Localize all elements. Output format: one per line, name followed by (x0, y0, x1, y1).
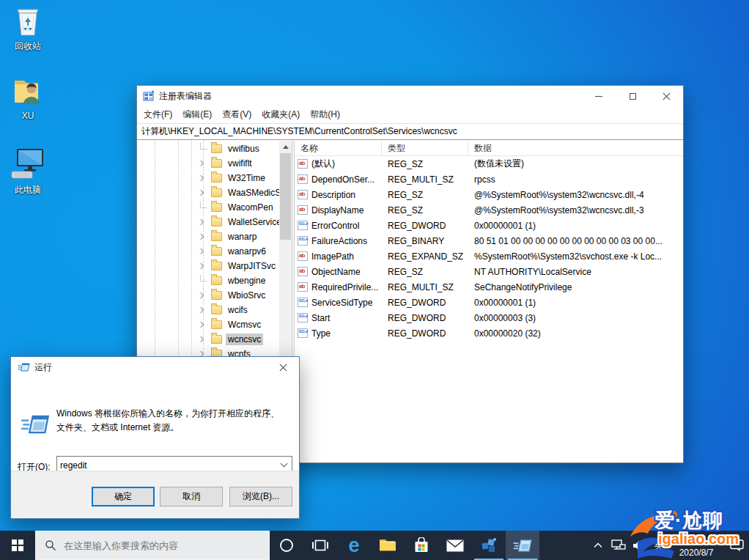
tree-item-label: WbioSrvc (226, 290, 268, 301)
tray-expand-button[interactable] (588, 531, 608, 560)
watermark-text-cn: 爱·尬聊 (654, 507, 723, 534)
ok-button[interactable]: 确定 (92, 487, 155, 506)
tree-item[interactable]: vwififlt (137, 156, 279, 171)
tree-item[interactable]: wbengine (137, 273, 279, 288)
chevron-right-icon[interactable] (198, 161, 204, 166)
registry-value-row[interactable]: ImagePathREG_EXPAND_SZ%SystemRoot%\Syste… (295, 248, 683, 264)
tree-connector (200, 143, 207, 150)
registry-value-row[interactable]: (默认)REG_SZ(数值未设置) (295, 156, 683, 172)
chevron-right-icon[interactable] (198, 234, 204, 240)
tree-item[interactable]: WbioSrvc (137, 288, 279, 303)
menu-file[interactable]: 文件(F) (139, 106, 177, 123)
file-explorer-button[interactable] (371, 531, 405, 560)
value-data: @%SystemRoot%\system32\wcncsvc.dll,-3 (468, 205, 683, 215)
browse-button[interactable]: 浏览(B)... (229, 487, 292, 506)
value-data: rpcss (468, 174, 683, 185)
desktop-icon-user-folder[interactable]: XU (4, 75, 51, 121)
cortana-button[interactable] (270, 531, 303, 560)
tree-item[interactable]: vwifibus (137, 141, 279, 156)
chevron-right-icon[interactable] (198, 307, 204, 313)
column-header-data[interactable]: 数据 (468, 141, 683, 155)
network-icon (611, 539, 626, 551)
regedit-titlebar[interactable]: 注册表编辑器 (137, 86, 683, 106)
value-type: REG_SZ (382, 159, 468, 169)
close-icon (279, 364, 287, 372)
chevron-right-icon[interactable] (198, 219, 204, 225)
value-data: 0x00000020 (32) (468, 328, 683, 339)
scrollbar-thumb[interactable] (280, 153, 291, 240)
minimize-button[interactable] (582, 86, 616, 106)
scroll-up-icon[interactable] (279, 141, 292, 153)
column-header-type[interactable]: 类型 (382, 141, 468, 155)
string-value-icon (298, 205, 308, 215)
tree-item[interactable]: Wcmsvc (137, 317, 279, 332)
dialog-close-button[interactable] (267, 357, 299, 377)
tree-item[interactable]: wanarpv6 (137, 244, 279, 259)
menu-edit[interactable]: 编辑(E) (177, 106, 217, 123)
taskbar-search-box[interactable] (35, 531, 270, 560)
registry-value-row[interactable]: ServiceSidTypeREG_DWORD0x00000001 (1) (295, 295, 683, 310)
search-input[interactable] (64, 540, 247, 551)
maximize-button[interactable] (616, 86, 649, 106)
chevron-right-icon[interactable] (198, 336, 204, 342)
tree-item[interactable]: wcifs (137, 303, 279, 317)
tree-item[interactable]: WalletService (137, 215, 279, 229)
value-type: REG_SZ (382, 190, 468, 200)
chevron-right-icon[interactable] (198, 175, 204, 181)
network-tray-button[interactable] (608, 531, 629, 560)
chevron-right-icon[interactable] (198, 292, 204, 298)
tree-item-label: wbengine (226, 275, 268, 287)
registry-value-row[interactable]: DependOnSer...REG_MULTI_SZrpcss (295, 172, 683, 187)
chevron-right-icon[interactable] (198, 248, 204, 254)
tree-item[interactable]: W32Time (137, 171, 279, 185)
tree-item[interactable]: wcncsvc (137, 332, 279, 347)
regedit-taskbar-button[interactable] (472, 531, 506, 560)
recycle-bin-icon (12, 4, 43, 37)
tree-item-label: wanarp (226, 231, 259, 243)
mail-button[interactable] (438, 531, 472, 560)
tree-item[interactable]: WacomPen (137, 200, 279, 215)
registry-value-row[interactable]: RequiredPrivile...REG_MULTI_SZSeChangeNo… (295, 279, 683, 295)
registry-value-row[interactable]: ErrorControlREG_DWORD0x00000001 (1) (295, 218, 683, 233)
value-type: REG_SZ (382, 205, 468, 215)
chevron-right-icon[interactable] (198, 190, 204, 196)
chevron-right-icon[interactable] (198, 322, 204, 328)
cancel-button[interactable]: 取消 (160, 487, 223, 506)
task-view-button[interactable] (303, 531, 337, 560)
action-center-button[interactable] (724, 531, 749, 560)
value-name: Type (311, 328, 331, 339)
registry-value-row[interactable]: DescriptionREG_SZ@%SystemRoot%\system32\… (295, 187, 683, 202)
dialog-title: 运行 (34, 361, 52, 374)
desktop-icon-this-pc[interactable]: 此电脑 (4, 145, 51, 196)
tree-item[interactable]: WaaSMedicS (137, 185, 279, 200)
ime-indicator[interactable]: 英 (649, 531, 668, 560)
dword-value-icon (298, 313, 308, 323)
value-data: SeChangeNotifyPrivilege (468, 282, 683, 292)
start-button[interactable] (0, 531, 35, 560)
regedit-app-icon (143, 90, 155, 102)
value-name: (默认) (311, 158, 335, 170)
edge-button[interactable]: e (337, 531, 371, 560)
store-button[interactable] (405, 531, 438, 560)
menu-view[interactable]: 查看(V) (217, 106, 257, 123)
run-taskbar-button[interactable] (506, 531, 539, 560)
registry-value-row[interactable]: DisplayNameREG_SZ@%SystemRoot%\system32\… (295, 202, 683, 218)
menu-favorites[interactable]: 收藏夹(A) (257, 106, 305, 123)
registry-value-row[interactable]: TypeREG_DWORD0x00000020 (32) (295, 325, 683, 341)
desktop-icon-recycle-bin[interactable]: 回收站 (4, 4, 51, 53)
value-name: ObjectName (311, 267, 361, 277)
taskbar-clock[interactable]: 2020/8/7 (668, 531, 724, 560)
chevron-right-icon[interactable] (198, 263, 204, 269)
close-button[interactable] (649, 86, 683, 106)
user-folder-icon (11, 75, 45, 107)
volume-tray-button[interactable] (629, 531, 649, 560)
column-header-name[interactable]: 名称 (295, 141, 382, 155)
tree-item[interactable]: WarpJITSvc (137, 259, 279, 273)
registry-value-row[interactable]: StartREG_DWORD0x00000003 (3) (295, 310, 683, 325)
registry-value-row[interactable]: FailureActionsREG_BINARY80 51 01 00 00 0… (295, 233, 683, 248)
address-bar[interactable]: 计算机\HKEY_LOCAL_MACHINE\SYSTEM\CurrentCon… (137, 123, 683, 140)
tree-item[interactable]: wanarp (137, 229, 279, 244)
registry-value-row[interactable]: ObjectNameREG_SZNT AUTHORITY\LocalServic… (295, 264, 683, 279)
run-titlebar[interactable]: 运行 (11, 357, 299, 377)
menu-help[interactable]: 帮助(H) (305, 106, 345, 123)
